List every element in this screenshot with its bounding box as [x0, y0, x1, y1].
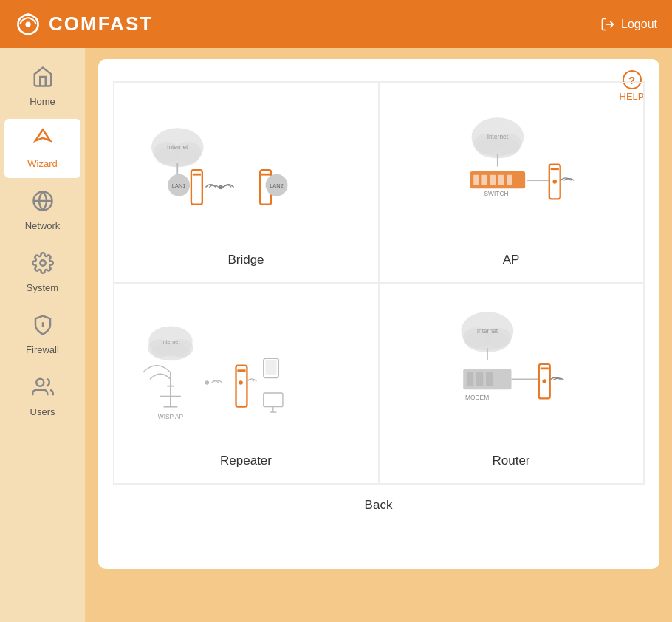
svg-point-0 [25, 21, 30, 27]
svg-text:SWITCH: SWITCH [484, 190, 508, 197]
ap-label: AP [503, 253, 520, 267]
header: COMFAST Logout [0, 0, 672, 48]
bridge-label: Bridge [227, 253, 264, 267]
svg-text:Internet: Internet [487, 133, 508, 140]
router-label: Router [492, 454, 529, 468]
logout-label: Logout [621, 18, 657, 31]
sidebar-item-network[interactable]: Network [4, 181, 80, 240]
svg-rect-36 [506, 175, 511, 185]
main-layout: Home Wizard Network [0, 48, 672, 622]
modes-grid: Internet LAN1 [113, 81, 645, 485]
mode-router[interactable]: Internet MODEM [379, 283, 644, 484]
svg-rect-58 [263, 393, 282, 407]
bridge-diagram: Internet LAN1 [129, 98, 363, 245]
sidebar-item-firewall[interactable]: Firewall [4, 305, 80, 364]
svg-rect-32 [473, 175, 479, 185]
sidebar-wizard-label: Wizard [27, 158, 57, 169]
sidebar-network-label: Network [25, 220, 61, 231]
firewall-icon [32, 314, 54, 341]
sidebar: Home Wizard Network [0, 48, 85, 622]
logo: COMFAST [15, 11, 153, 38]
logout-button[interactable]: Logout [600, 17, 657, 32]
repeater-label: Repeater [220, 454, 272, 468]
svg-text:Internet: Internet [476, 327, 498, 335]
logout-icon [600, 17, 615, 32]
svg-rect-70 [486, 372, 493, 386]
svg-point-5 [40, 260, 46, 266]
sidebar-item-system[interactable]: System [4, 243, 80, 302]
svg-point-9 [36, 379, 44, 386]
mode-bridge[interactable]: Internet LAN1 [114, 82, 379, 283]
svg-rect-33 [481, 175, 487, 185]
svg-text:WISP AP: WISP AP [157, 413, 183, 420]
wizard-card: ? HELP Internet [98, 59, 659, 569]
sidebar-system-label: System [27, 282, 58, 293]
logo-text: COMFAST [49, 13, 153, 35]
svg-point-41 [552, 180, 557, 184]
repeater-diagram: WISP AP Internet [129, 298, 363, 446]
svg-rect-40 [550, 168, 558, 170]
svg-rect-53 [237, 369, 245, 372]
sidebar-users-label: Users [30, 406, 55, 417]
sidebar-home-label: Home [30, 96, 55, 107]
system-icon [32, 252, 54, 279]
svg-rect-34 [490, 175, 495, 185]
users-icon [32, 376, 54, 403]
svg-text:LAN2: LAN2 [270, 182, 284, 189]
back-button[interactable]: Back [113, 498, 645, 513]
svg-point-50 [151, 343, 189, 360]
svg-point-20 [219, 185, 223, 190]
svg-point-75 [542, 379, 546, 383]
sidebar-item-home[interactable]: Home [4, 57, 80, 116]
svg-marker-2 [35, 130, 50, 141]
svg-rect-68 [466, 372, 473, 386]
wizard-icon [32, 128, 54, 155]
back-label: Back [365, 498, 393, 512]
router-diagram: Internet MODEM [394, 298, 628, 446]
svg-rect-19 [192, 174, 200, 176]
svg-text:Internet: Internet [161, 338, 180, 345]
sidebar-item-users[interactable]: Users [4, 367, 80, 426]
svg-text:MODEM: MODEM [465, 394, 489, 401]
logo-icon [15, 11, 41, 38]
svg-text:Internet: Internet [167, 143, 188, 151]
mode-repeater[interactable]: WISP AP Internet [114, 283, 379, 484]
sidebar-item-wizard[interactable]: Wizard [4, 119, 80, 178]
ap-diagram: Internet SWITCH [394, 98, 628, 245]
svg-text:LAN1: LAN1 [171, 182, 185, 189]
svg-point-54 [239, 380, 243, 385]
network-icon [32, 190, 54, 217]
sidebar-firewall-label: Firewall [26, 344, 59, 355]
content-area: ? HELP Internet [85, 48, 672, 622]
home-icon [32, 66, 54, 93]
svg-rect-22 [261, 174, 270, 176]
svg-point-55 [205, 380, 209, 385]
svg-rect-69 [476, 372, 482, 386]
svg-rect-74 [540, 367, 548, 369]
svg-rect-57 [265, 360, 276, 375]
mode-ap[interactable]: Internet SWITCH [379, 82, 644, 283]
svg-rect-35 [498, 175, 503, 185]
